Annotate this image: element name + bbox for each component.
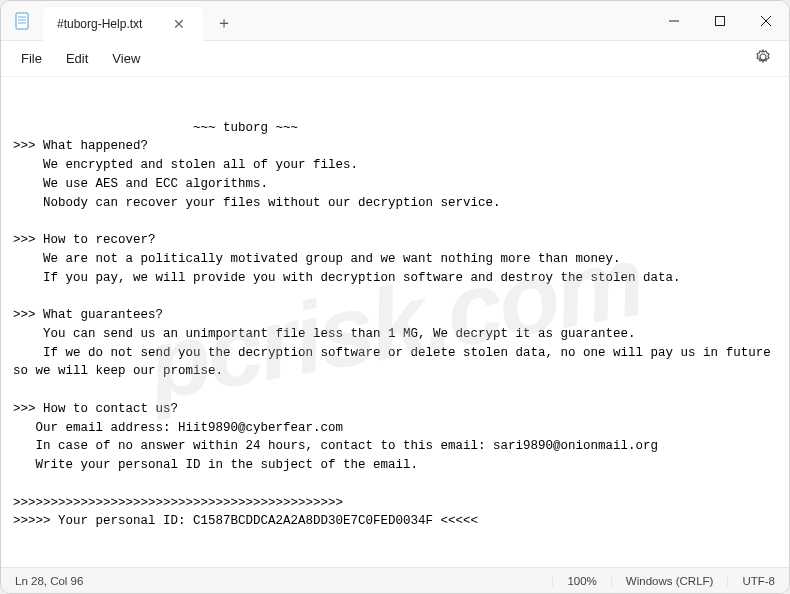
notepad-icon — [13, 11, 33, 31]
close-button[interactable] — [743, 1, 789, 41]
cursor-position[interactable]: Ln 28, Col 96 — [1, 568, 97, 593]
close-tab-icon[interactable]: ✕ — [169, 16, 189, 32]
zoom-level[interactable]: 100% — [552, 575, 610, 587]
menu-file[interactable]: File — [9, 45, 54, 72]
text-editor-area[interactable]: pcrisk.com ~~~ tuborg ~~~ >>> What happe… — [1, 77, 789, 567]
encoding[interactable]: UTF-8 — [727, 575, 789, 587]
tab-title: #tuborg-Help.txt — [57, 17, 142, 31]
watermark: pcrisk.com — [137, 205, 654, 439]
settings-button[interactable] — [745, 43, 781, 75]
statusbar: Ln 28, Col 96 100% Windows (CRLF) UTF-8 — [1, 567, 789, 593]
file-tab[interactable]: #tuborg-Help.txt ✕ — [43, 7, 203, 41]
notepad-window: #tuborg-Help.txt ✕ ＋ File Edit View pcri… — [0, 0, 790, 594]
minimize-button[interactable] — [651, 1, 697, 41]
menubar: File Edit View — [1, 41, 789, 77]
menu-view[interactable]: View — [100, 45, 152, 72]
menu-edit[interactable]: Edit — [54, 45, 100, 72]
gear-icon — [755, 49, 771, 65]
titlebar: #tuborg-Help.txt ✕ ＋ — [1, 1, 789, 41]
document-text: ~~~ tuborg ~~~ >>> What happened? We enc… — [13, 121, 778, 568]
svg-rect-5 — [716, 16, 725, 25]
svg-rect-0 — [16, 13, 28, 29]
new-tab-button[interactable]: ＋ — [207, 7, 241, 41]
line-ending[interactable]: Windows (CRLF) — [611, 575, 728, 587]
maximize-button[interactable] — [697, 1, 743, 41]
window-controls — [651, 1, 789, 41]
